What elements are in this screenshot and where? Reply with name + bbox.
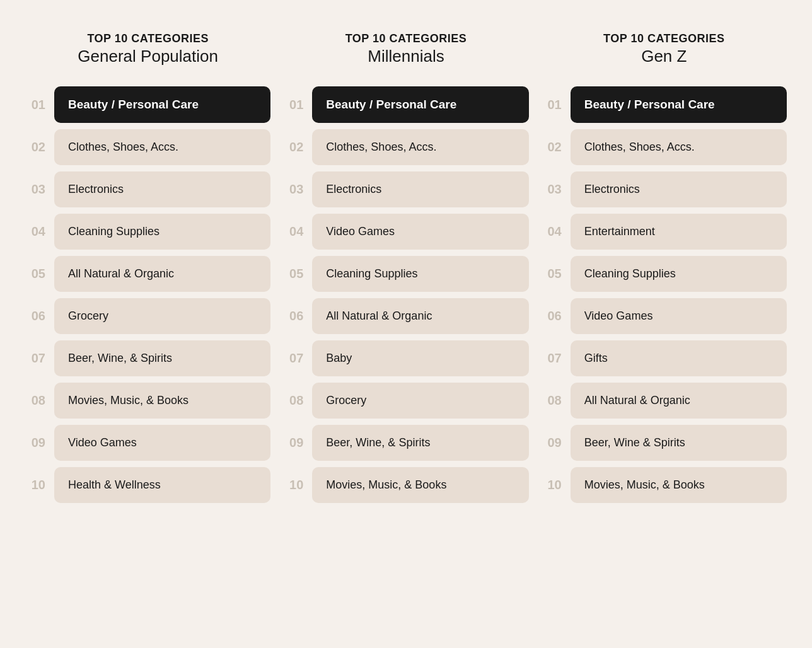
category-label: Grocery [54, 298, 270, 334]
header-genz: TOP 10 CATEGORIESGen Z [542, 19, 787, 86]
rank-number: 08 [25, 393, 45, 408]
list-item: 08All Natural & Organic [542, 383, 787, 419]
category-label: Gifts [571, 340, 787, 376]
list-item: 02Clothes, Shoes, Accs. [25, 129, 270, 165]
rank-number: 09 [542, 436, 562, 450]
list-item: 05All Natural & Organic [25, 256, 270, 292]
list-item: 04Cleaning Supplies [25, 214, 270, 250]
category-label: Beauty / Personal Care [312, 86, 528, 123]
list-item: 01Beauty / Personal Care [25, 86, 270, 123]
list-item: 09Video Games [25, 425, 270, 461]
rank-number: 02 [283, 140, 303, 154]
list-item: 10Movies, Music, & Books [542, 467, 787, 503]
header-sub-label-millennials: Millennials [289, 46, 522, 67]
category-label: Movies, Music, & Books [312, 467, 528, 503]
list-item: 10Movies, Music, & Books [283, 467, 528, 503]
category-label: Cleaning Supplies [571, 256, 787, 292]
list-item: 05Cleaning Supplies [283, 256, 528, 292]
category-label: Health & Wellness [54, 467, 270, 503]
column-genz: TOP 10 CATEGORIESGen Z01Beauty / Persona… [542, 19, 787, 503]
list-item: 08Movies, Music, & Books [25, 383, 270, 419]
rank-number: 09 [283, 436, 303, 450]
category-label: Movies, Music, & Books [54, 383, 270, 419]
rank-number: 07 [283, 351, 303, 366]
category-label: Baby [312, 340, 528, 376]
list-item: 03Electronics [283, 171, 528, 207]
list-item: 06Video Games [542, 298, 787, 334]
category-list-millennials: 01Beauty / Personal Care02Clothes, Shoes… [283, 86, 528, 503]
category-label: Beauty / Personal Care [54, 86, 270, 123]
rank-number: 08 [283, 393, 303, 408]
category-label: Beer, Wine, & Spirits [54, 340, 270, 376]
list-item: 10Health & Wellness [25, 467, 270, 503]
category-label: Clothes, Shoes, Accs. [312, 129, 528, 165]
rank-number: 05 [25, 267, 45, 281]
rank-number: 03 [25, 182, 45, 197]
category-list-genz: 01Beauty / Personal Care02Clothes, Shoes… [542, 86, 787, 503]
rank-number: 04 [283, 224, 303, 239]
rank-number: 05 [283, 267, 303, 281]
category-label: Entertainment [571, 214, 787, 250]
category-label: Video Games [54, 425, 270, 461]
header-general: TOP 10 CATEGORIESGeneral Population [25, 19, 270, 86]
list-item: 02Clothes, Shoes, Accs. [283, 129, 528, 165]
list-item: 03Electronics [542, 171, 787, 207]
rank-number: 05 [542, 267, 562, 281]
category-label: All Natural & Organic [54, 256, 270, 292]
rank-number: 06 [25, 309, 45, 323]
list-item: 06Grocery [25, 298, 270, 334]
list-item: 05Cleaning Supplies [542, 256, 787, 292]
category-label: Video Games [312, 214, 528, 250]
column-general: TOP 10 CATEGORIESGeneral Population01Bea… [25, 19, 270, 503]
list-item: 02Clothes, Shoes, Accs. [542, 129, 787, 165]
list-item: 07Baby [283, 340, 528, 376]
rank-number: 06 [283, 309, 303, 323]
rank-number: 10 [25, 478, 45, 492]
header-top-label-millennials: TOP 10 CATEGORIES [289, 32, 522, 46]
category-label: Clothes, Shoes, Accs. [571, 129, 787, 165]
category-label: Cleaning Supplies [54, 214, 270, 250]
category-label: All Natural & Organic [571, 383, 787, 419]
rank-number: 06 [542, 309, 562, 323]
rank-number: 01 [542, 98, 562, 112]
rank-number: 10 [283, 478, 303, 492]
category-label: Electronics [312, 171, 528, 207]
header-millennials: TOP 10 CATEGORIESMillennials [283, 19, 528, 86]
rank-number: 08 [542, 393, 562, 408]
rank-number: 01 [25, 98, 45, 112]
list-item: 04Video Games [283, 214, 528, 250]
column-millennials: TOP 10 CATEGORIESMillennials01Beauty / P… [283, 19, 528, 503]
category-label: Movies, Music, & Books [571, 467, 787, 503]
rank-number: 07 [25, 351, 45, 366]
category-label: Beer, Wine & Spirits [571, 425, 787, 461]
rank-number: 03 [283, 182, 303, 197]
rank-number: 04 [542, 224, 562, 239]
rank-number: 09 [25, 436, 45, 450]
list-item: 01Beauty / Personal Care [283, 86, 528, 123]
category-label: Beauty / Personal Care [571, 86, 787, 123]
rank-number: 04 [25, 224, 45, 239]
category-label: Electronics [571, 171, 787, 207]
rank-number: 02 [25, 140, 45, 154]
list-item: 01Beauty / Personal Care [542, 86, 787, 123]
rank-number: 01 [283, 98, 303, 112]
list-item: 09Beer, Wine & Spirits [542, 425, 787, 461]
list-item: 08Grocery [283, 383, 528, 419]
rank-number: 10 [542, 478, 562, 492]
page-container: TOP 10 CATEGORIESGeneral Population01Bea… [25, 19, 787, 503]
category-label: Cleaning Supplies [312, 256, 528, 292]
rank-number: 07 [542, 351, 562, 366]
category-label: All Natural & Organic [312, 298, 528, 334]
header-top-label-genz: TOP 10 CATEGORIES [548, 32, 780, 46]
category-label: Grocery [312, 383, 528, 419]
header-top-label-general: TOP 10 CATEGORIES [32, 32, 264, 46]
category-label: Electronics [54, 171, 270, 207]
category-label: Beer, Wine, & Spirits [312, 425, 528, 461]
list-item: 07Gifts [542, 340, 787, 376]
header-sub-label-genz: Gen Z [548, 46, 780, 67]
rank-number: 02 [542, 140, 562, 154]
list-item: 09Beer, Wine, & Spirits [283, 425, 528, 461]
list-item: 03Electronics [25, 171, 270, 207]
category-label: Video Games [571, 298, 787, 334]
list-item: 07Beer, Wine, & Spirits [25, 340, 270, 376]
